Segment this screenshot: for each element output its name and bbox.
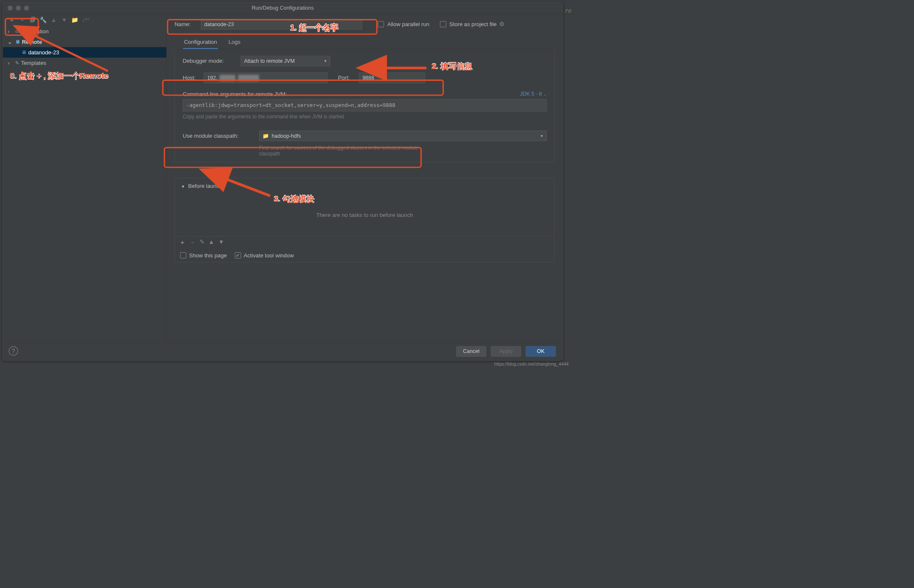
move-down-icon[interactable]: ▼ [61,16,67,23]
copy-button-icon[interactable]: 🗐 [29,16,36,23]
config-tree: › ▭ Application ⌄ 🖥 Remote 🖥 datanode-23… [3,26,166,342]
bl-remove-icon: － [190,238,195,246]
tree-item-datanode23[interactable]: 🖥 datanode-23 [3,47,166,58]
tree-item-remote[interactable]: ⌄ 🖥 Remote [3,37,166,47]
sidebar-toolbar: ＋ － 🗐 🔧 ▲ ▼ 📁 ↓ᵃᶻ [3,14,166,26]
chevron-down-icon[interactable]: ▼ [181,184,185,189]
help-button[interactable]: ? [9,346,19,356]
chevron-down-icon: ▼ [540,134,544,138]
name-label: Name: [174,21,201,27]
name-input[interactable] [201,19,362,29]
config-panel: Debugger mode: Attach to remote JVM ▼ Ho… [174,49,555,162]
bl-edit-icon: ✎ [200,238,204,246]
chevron-down-icon: ⌄ [8,39,13,45]
titlebar: Run/Debug Configurations [3,3,563,14]
store-as-project-label: Store as project file [449,21,497,27]
bl-up-icon: ▲ [208,238,214,246]
tree-label: Templates [21,60,46,66]
application-icon: ▭ [15,29,20,35]
tree-item-templates[interactable]: › ✎ Templates [3,58,166,68]
sort-icon[interactable]: ↓ᵃᶻ [82,16,88,23]
cli-args-box[interactable]: -agentlib:jdwp=transport=dt_socket,serve… [183,99,547,112]
remote-icon: 🖥 [15,39,20,45]
run-debug-dialog: Run/Debug Configurations ＋ － 🗐 🔧 ▲ ▼ 📁 ↓… [3,2,563,361]
redacted-overlay [219,75,235,81]
chevron-right-icon: › [8,60,13,66]
dialog-footer: ? Cancel Apply OK [3,342,563,361]
remote-config-icon: 🖥 [21,50,26,55]
templates-icon: ✎ [15,60,19,66]
host-label: Host: [183,75,204,81]
gear-icon[interactable]: ⚙ [499,21,505,27]
show-this-page-checkbox[interactable] [180,252,187,259]
remove-button-icon[interactable]: － [19,16,25,24]
module-classpath-value: hadoop-hdfs [272,133,301,139]
module-classpath-dropdown[interactable]: 📁 hadoop-hdfs ▼ [259,131,547,141]
tree-label: Application [21,28,48,35]
module-classpath-label: Use module classpath: [183,133,259,139]
apply-button[interactable]: Apply [491,346,521,357]
jdk-version-link[interactable]: JDK 5 - 8 ⌄ [520,91,546,97]
move-up-icon[interactable]: ▲ [50,16,57,23]
port-label: Port: [338,75,359,81]
before-launch-title: Before launch [188,183,222,189]
wrench-icon[interactable]: 🔧 [40,16,46,23]
debugger-mode-value: Attach to remote JVM [244,58,294,64]
add-button-icon[interactable]: ＋ [8,16,15,24]
chevron-down-icon: ⌄ [543,92,547,96]
chevron-down-icon: ▼ [323,59,327,63]
module-classpath-hint: First search for sources of the debugged… [259,145,433,157]
folder-icon[interactable]: 📁 [71,16,78,23]
tree-label: Remote [22,39,42,45]
background-code-text: re [564,8,572,14]
store-as-project-checkbox[interactable] [440,21,446,27]
jdk-version-text: JDK 5 - 8 [520,91,542,97]
ok-button[interactable]: OK [526,346,556,357]
redacted-overlay [238,75,259,81]
debugger-mode-label: Debugger mode: [183,58,241,64]
before-launch-section: ▼ Before launch There are no tasks to ru… [174,178,555,263]
activate-tool-window-label: Activate tool window [244,252,294,259]
show-this-page-label: Show this page [189,252,227,259]
bl-add-icon[interactable]: ＋ [179,238,185,246]
activate-tool-window-checkbox[interactable] [235,252,241,259]
allow-parallel-checkbox[interactable] [378,21,384,27]
chevron-right-icon: › [8,28,13,35]
bl-down-icon: ▼ [219,238,224,246]
before-launch-empty: There are no tasks to run before launch [175,194,554,236]
watermark: https://blog.csdn.net/zhanglong_4444 [494,362,569,367]
cancel-button[interactable]: Cancel [456,346,486,357]
window-title: Run/Debug Configurations [3,5,563,11]
allow-parallel-label: Allow parallel run [387,21,429,27]
debugger-mode-dropdown[interactable]: Attach to remote JVM ▼ [241,56,330,67]
tab-logs[interactable]: Logs [227,35,241,49]
tab-configuration[interactable]: Configuration [183,35,218,49]
cli-args-hint: Copy and paste the arguments to the comm… [183,114,547,120]
port-input[interactable] [359,73,425,83]
sidebar: ＋ － 🗐 🔧 ▲ ▼ 📁 ↓ᵃᶻ › ▭ Application ⌄ 🖥 R [3,14,167,342]
cli-args-label: Command line arguments for remote JVM: [183,91,287,97]
main-panel: Name: Allow parallel run Store as projec… [167,14,563,342]
tree-item-application[interactable]: › ▭ Application [3,26,166,37]
tree-label: datanode-23 [28,49,59,56]
module-icon: 📁 [262,133,269,139]
